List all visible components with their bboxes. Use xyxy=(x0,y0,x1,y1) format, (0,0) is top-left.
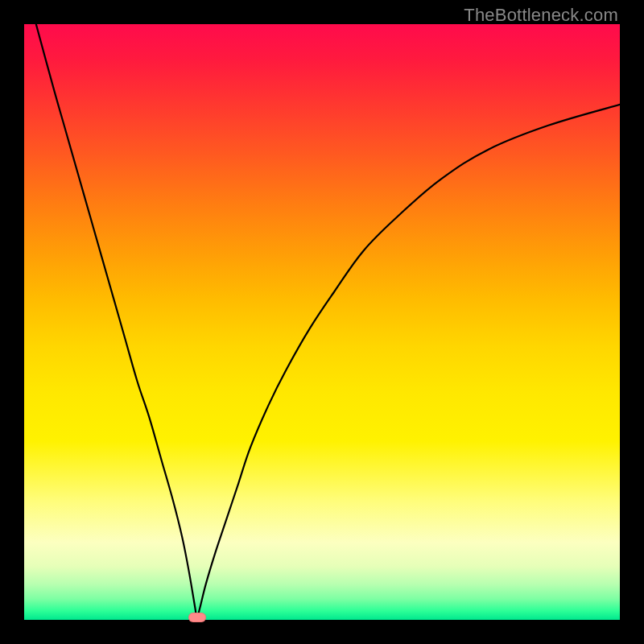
watermark-text: TheBottleneck.com xyxy=(464,5,618,26)
plot-area xyxy=(24,24,620,620)
optimum-marker xyxy=(188,613,206,622)
chart-frame: TheBottleneck.com xyxy=(0,0,644,644)
bottleneck-curve xyxy=(24,24,620,620)
